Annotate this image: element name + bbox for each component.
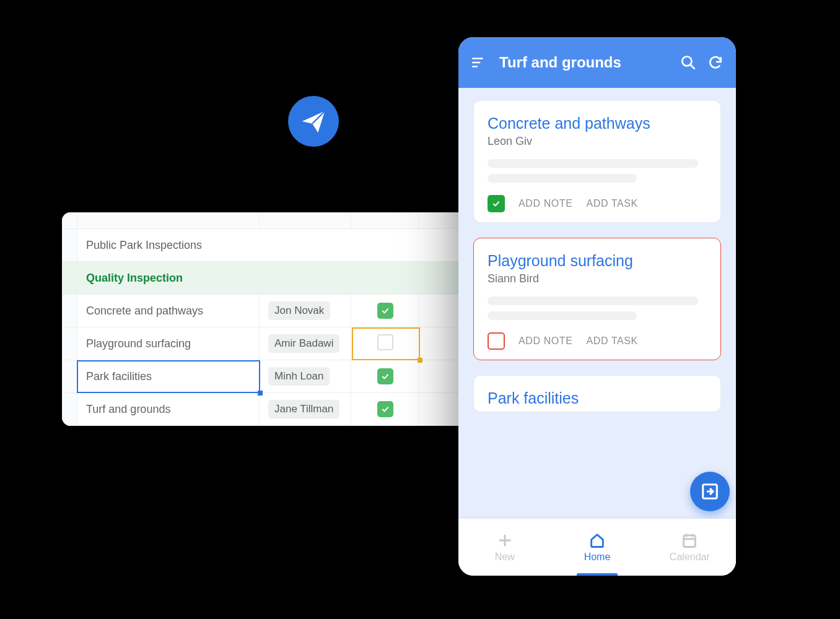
svg-line-1 — [690, 64, 694, 69]
card-title: Concrete and pathways — [488, 115, 707, 132]
app-body[interactable]: Concrete and pathways Leon Giv ADD NOTE … — [458, 88, 736, 519]
add-note-button[interactable]: ADD NOTE — [518, 335, 572, 347]
task-cell[interactable]: Park facilities — [77, 360, 260, 393]
paper-airplane-icon — [300, 108, 327, 135]
skeleton-line — [488, 311, 637, 320]
card-title: Playground surfacing — [488, 252, 707, 270]
check-cell[interactable] — [351, 393, 419, 426]
checkbox-checked-icon[interactable] — [377, 401, 393, 417]
bottom-nav: New Home Calendar — [458, 519, 736, 576]
check-cell[interactable] — [351, 295, 419, 327]
selection-handle — [418, 358, 422, 363]
enter-arrow-icon — [701, 482, 719, 501]
app-header: Turf and grounds — [458, 37, 736, 88]
skeleton-line — [488, 159, 698, 168]
search-icon[interactable] — [680, 54, 696, 71]
card-title: Park facilities — [488, 389, 707, 407]
send-badge — [288, 96, 339, 147]
check-cell[interactable] — [351, 360, 419, 393]
mobile-app-mock: Turf and grounds Concrete and pathways L… — [458, 37, 736, 576]
selection-handle — [258, 391, 263, 396]
checkbox-empty-icon[interactable] — [488, 332, 505, 350]
person-cell[interactable]: Amir Badawi — [260, 327, 351, 360]
checkbox-empty-icon[interactable] — [377, 334, 393, 350]
add-note-button[interactable]: ADD NOTE — [518, 198, 572, 209]
person-cell[interactable]: Jon Novak — [260, 295, 351, 327]
skeleton-line — [488, 174, 637, 183]
task-cell[interactable]: Playground surfacing — [77, 327, 260, 360]
person-chip[interactable]: Jane Tillman — [268, 400, 339, 418]
check-cell[interactable] — [351, 327, 419, 360]
person-cell[interactable]: Minh Loan — [260, 360, 351, 393]
checkbox-checked-icon[interactable] — [488, 195, 505, 212]
refresh-icon[interactable] — [707, 54, 724, 71]
task-cell[interactable]: Turf and grounds — [77, 393, 260, 426]
nav-calendar[interactable]: Calendar — [644, 519, 736, 576]
plus-icon — [496, 532, 514, 549]
nav-label: Calendar — [670, 552, 710, 563]
menu-sort-icon[interactable] — [471, 54, 487, 71]
task-card[interactable]: Playground surfacing Siann Bird ADD NOTE… — [473, 238, 721, 360]
app-title: Turf and grounds — [499, 54, 669, 71]
nav-label: New — [495, 552, 515, 563]
nav-new[interactable]: New — [458, 519, 551, 576]
checkbox-checked-icon[interactable] — [377, 368, 393, 384]
checkbox-checked-icon[interactable] — [377, 303, 393, 319]
fab-enter-button[interactable] — [690, 472, 730, 511]
card-actions: ADD NOTE ADD TASK — [488, 332, 707, 350]
add-task-button[interactable]: ADD TASK — [586, 335, 637, 347]
card-person: Siann Bird — [488, 272, 707, 285]
skeleton-line — [488, 297, 698, 305]
card-person: Leon Giv — [488, 135, 707, 148]
svg-rect-5 — [684, 535, 696, 547]
nav-home[interactable]: Home — [551, 519, 643, 576]
person-chip[interactable]: Jon Novak — [268, 301, 330, 320]
task-card[interactable]: Concrete and pathways Leon Giv ADD NOTE … — [473, 100, 721, 223]
home-icon — [588, 532, 606, 549]
person-cell[interactable]: Jane Tillman — [260, 393, 351, 426]
task-card[interactable]: Park facilities — [473, 375, 721, 412]
task-cell[interactable]: Concrete and pathways — [77, 295, 260, 327]
person-chip[interactable]: Amir Badawi — [268, 334, 339, 353]
card-actions: ADD NOTE ADD TASK — [488, 195, 707, 212]
calendar-icon — [681, 532, 698, 549]
nav-label: Home — [584, 552, 611, 563]
add-task-button[interactable]: ADD TASK — [586, 198, 637, 209]
person-chip[interactable]: Minh Loan — [268, 367, 330, 386]
